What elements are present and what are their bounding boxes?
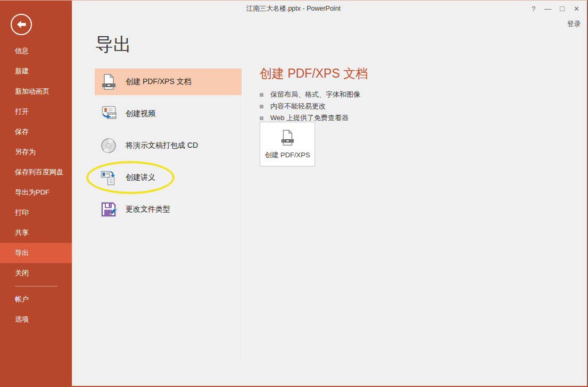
sidebar-item-save[interactable]: 保存 [0,122,72,142]
sidebar-item-close[interactable]: 关闭 [0,263,72,283]
option-label: 创建视频 [126,109,155,119]
close-icon[interactable]: ✕ [569,3,584,14]
detail-bullet: 保留布局、格式、字体和图像 [260,89,368,100]
sidebar-item-print[interactable]: 打印 [0,203,72,223]
export-options-list: 创建 PDF/XPS 文档 创建视频 [95,69,242,228]
sidebar-item-export[interactable]: 导出 [0,243,72,263]
detail-heading: 创建 PDF/XPS 文档 [260,65,368,82]
sidebar-divider [15,286,57,287]
bullet-text: 保留布局、格式、字体和图像 [270,90,360,99]
backstage-sidebar: 信息 新建 新加动画页 打开 保存 另存为 保存到百度网盘 导出为PDF 打印 … [0,1,72,386]
square-bullet-icon [260,93,263,97]
sidebar-item-save-to-baidu-pan[interactable]: 保存到百度网盘 [0,162,72,182]
sidebar-item-options[interactable]: 选项 [0,309,72,330]
option-create-video[interactable]: 创建视频 [95,100,242,127]
option-create-handouts[interactable]: 创建讲义 [95,164,242,191]
pdf-xps-document-icon [100,73,117,90]
change-file-type-icon [100,201,117,218]
sidebar-item-new[interactable]: 新建 [0,61,72,81]
sign-in-link[interactable]: 登录 [567,20,581,29]
option-create-pdf-xps-document[interactable]: 创建 PDF/XPS 文档 [95,69,242,95]
sidebar-nav: 信息 新建 新加动画页 打开 保存 另存为 保存到百度网盘 导出为PDF 打印 … [0,41,72,330]
sidebar-item-export-as-pdf[interactable]: 导出为PDF [0,182,72,203]
option-label: 更改文件类型 [126,205,170,214]
square-bullet-icon [260,116,263,120]
page-title: 导出 [95,32,131,57]
pdf-xps-document-icon [279,129,295,147]
powerpoint-backstage-window: 江南三大名楼.pptx - PowerPoint ? — □ ✕ 登录 信息 新… [0,0,588,387]
sidebar-item-save-as[interactable]: 另存为 [0,142,72,162]
minimize-icon[interactable]: — [541,3,555,14]
option-label: 创建讲义 [126,173,155,182]
window-title: 江南三大名楼.pptx - PowerPoint [0,1,587,16]
maximize-icon[interactable]: □ [555,3,569,14]
option-change-file-type[interactable]: 更改文件类型 [95,196,242,223]
help-icon[interactable]: ? [526,3,541,14]
option-package-presentation-cd[interactable]: 将演示文稿打包成 CD [95,132,242,159]
window-controls: ? — □ ✕ [526,3,584,14]
export-detail-panel: 创建 PDF/XPS 文档 保留布局、格式、字体和图像 内容不能轻易更改 Web… [260,65,368,124]
create-handouts-icon [100,169,117,186]
button-label: 创建 PDF/XPS [264,150,310,160]
back-arrow-icon [16,20,27,29]
sidebar-item-open[interactable]: 打开 [0,102,72,122]
create-pdf-xps-button[interactable]: 创建 PDF/XPS [260,122,315,166]
content-separator [242,69,243,362]
bullet-text: 内容不能轻易更改 [270,102,326,111]
detail-bullet: 内容不能轻易更改 [260,100,368,112]
back-button[interactable] [11,14,32,35]
package-cd-icon [100,137,117,154]
sidebar-item-info[interactable]: 信息 [0,41,72,61]
option-label: 将演示文稿打包成 CD [126,141,198,150]
sidebar-item-new-animation-page[interactable]: 新加动画页 [0,81,72,102]
option-label: 创建 PDF/XPS 文档 [126,77,192,87]
square-bullet-icon [260,105,263,108]
sidebar-item-share[interactable]: 共享 [0,223,72,243]
create-video-icon [100,105,117,122]
sidebar-item-account[interactable]: 帐户 [0,289,72,309]
